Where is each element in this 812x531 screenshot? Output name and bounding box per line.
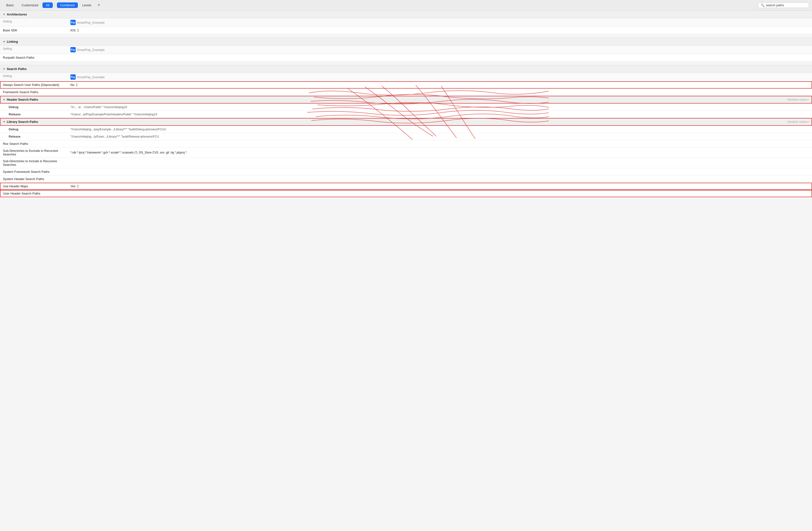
row-rez-search[interactable]: Rez Search Paths	[0, 140, 812, 148]
base-sdk-stepper[interactable]: ▲▼	[77, 28, 79, 32]
header-search-debug[interactable]: Debug "/U... ar .../Users/Public" "/User…	[0, 103, 812, 111]
search-container: 🔍	[758, 2, 809, 8]
architectures-header-row: Setting Pay SmartPay_Example	[0, 18, 812, 27]
header-search-multivalue: <Multiple values>	[787, 98, 809, 101]
triangle-library-search: ▼	[3, 121, 5, 123]
arch-project-name: SmartPay_Example	[77, 21, 105, 24]
library-search-release-value: "/Users/mikejing.../y/Exam.../Library/**…	[68, 134, 812, 140]
tab-basic[interactable]: Basic	[3, 2, 17, 8]
search-paths-header-row: Setting Pay SmartPay_Example	[0, 73, 812, 81]
subdir-include-label: Sub-Directories to Include in Recursive …	[0, 158, 68, 168]
row-use-header-maps[interactable]: Use Header Maps Yes ▲▼	[0, 183, 812, 190]
header-search-release-label: Release	[0, 111, 68, 117]
library-search-debug[interactable]: Debug "/Users/mikejing.../pay/Example...…	[0, 126, 812, 133]
library-search-release[interactable]: Release "/Users/mikejing.../y/Exam.../Li…	[0, 133, 812, 140]
tab-levels[interactable]: Levels	[79, 2, 95, 8]
system-framework-label: System Framework Search Paths	[0, 168, 68, 175]
header-search-release-value: "/Users/...artPay/Example/Pods/Headers/P…	[68, 111, 812, 117]
row-framework-search[interactable]: Framework Search Paths	[0, 88, 812, 96]
linking-header-row: Setting Pay SmartPay_Example	[0, 46, 812, 54]
subdir-include-value	[68, 162, 812, 164]
row-header-search-paths[interactable]: ▼ Header Search Paths <Multiple values>	[0, 96, 812, 103]
triangle-header-search: ▼	[3, 98, 5, 101]
linking-setting-col: Setting	[0, 46, 68, 54]
section-search-paths-title: Search Paths	[7, 67, 27, 71]
row-subdir-include[interactable]: Sub-Directories to Include in Recursive …	[0, 158, 812, 168]
always-search-value: No ▲▼	[68, 82, 812, 88]
triangle-search-paths: ▼	[3, 68, 5, 70]
runpath-value	[68, 56, 812, 59]
arch-setting-col: Setting	[0, 18, 68, 27]
framework-search-value	[68, 91, 812, 94]
use-header-maps-value: Yes ▲▼	[68, 183, 812, 190]
gap-1	[0, 34, 812, 38]
library-search-multivalue: <Multiple values>	[787, 120, 809, 124]
sp-project-col: Pay SmartPay_Example	[68, 73, 812, 81]
row-base-sdk[interactable]: Base SDK iOS ▲▼	[0, 27, 812, 34]
toolbar: Basic Customized All Combined Levels + 🔍	[0, 0, 812, 11]
linking-project-col: Pay SmartPay_Example	[68, 46, 812, 54]
tab-customized[interactable]: Customized	[18, 2, 42, 8]
search-input[interactable]	[766, 3, 807, 7]
triangle-linking: ▼	[3, 40, 5, 43]
always-search-label: Always Search User Paths (Deprecated)	[0, 82, 68, 88]
subdir-exclude-value: *.nib *.lproj *.framework *.gch *.xcode*…	[68, 150, 812, 156]
sp-setting-col: Setting	[0, 73, 68, 81]
content-wrapper: ▼ Architectures Setting Pay SmartPay_Exa…	[0, 11, 812, 197]
row-system-header[interactable]: System Header Search Paths	[0, 176, 812, 183]
row-system-framework[interactable]: System Framework Search Paths	[0, 168, 812, 176]
header-search-release[interactable]: Release "/Users/...artPay/Example/Pods/H…	[0, 111, 812, 118]
runpath-label: Runpath Search Paths	[0, 54, 68, 61]
base-sdk-label: Base SDK	[0, 27, 68, 33]
subdir-exclude-label: Sub-Directories to Exclude in Recursive …	[0, 148, 68, 158]
use-header-maps-stepper[interactable]: ▲▼	[77, 184, 79, 188]
tab-all[interactable]: All	[42, 2, 53, 8]
row-user-header-search[interactable]: User Header Search Paths	[0, 190, 812, 197]
use-header-maps-label: Use Header Maps	[0, 183, 68, 190]
system-header-label: System Header Search Paths	[0, 176, 68, 182]
linking-badge: Pay	[70, 47, 76, 52]
row-subdir-exclude[interactable]: Sub-Directories to Exclude in Recursive …	[0, 148, 812, 158]
tab-divider	[55, 3, 55, 8]
triangle-architectures: ▼	[3, 13, 5, 16]
system-header-value	[68, 178, 812, 181]
user-header-search-value	[68, 192, 812, 195]
search-icon: 🔍	[760, 3, 765, 7]
sp-project-name: SmartPay_Example	[77, 75, 105, 79]
section-search-paths[interactable]: ▼ Search Paths	[0, 65, 812, 73]
base-sdk-value: iOS ▲▼	[68, 27, 812, 34]
section-linking-title: Linking	[7, 40, 18, 43]
header-search-label: Header Search Paths	[7, 98, 38, 101]
system-framework-value	[68, 170, 812, 173]
library-search-debug-value: "/Users/mikejing.../pay/Example.../Libra…	[68, 126, 812, 132]
linking-project-name: SmartPay_Example	[77, 48, 105, 52]
rez-search-value	[68, 142, 812, 145]
tab-combined[interactable]: Combined	[57, 2, 78, 8]
framework-search-label: Framework Search Paths	[0, 89, 68, 95]
row-library-search-paths[interactable]: ▼ Library Search Paths <Multiple values>	[0, 118, 812, 126]
arch-project-col: Pay SmartPay_Example	[68, 18, 812, 27]
gap-2	[0, 61, 812, 65]
section-linking[interactable]: ▼ Linking	[0, 38, 812, 46]
content: ▼ Architectures Setting Pay SmartPay_Exa…	[0, 11, 812, 197]
header-search-debug-value: "/U... ar .../Users/Public" "/Users/mike…	[68, 104, 812, 110]
row-runpath[interactable]: Runpath Search Paths	[0, 54, 812, 61]
rez-search-label: Rez Search Paths	[0, 140, 68, 147]
always-search-stepper[interactable]: ▲▼	[76, 83, 78, 87]
library-search-release-label: Release	[0, 133, 68, 140]
row-always-search[interactable]: Always Search User Paths (Deprecated) No…	[0, 81, 812, 88]
library-search-debug-label: Debug	[0, 126, 68, 132]
library-search-label: Library Search Paths	[7, 120, 38, 124]
section-architectures[interactable]: ▼ Architectures	[0, 11, 812, 18]
add-button[interactable]: +	[96, 2, 102, 9]
arch-badge: Pay	[70, 20, 76, 25]
header-search-debug-label: Debug	[0, 104, 68, 110]
user-header-search-label: User Header Search Paths	[0, 190, 68, 197]
section-architectures-title: Architectures	[7, 13, 27, 16]
sp-badge: Pay	[70, 74, 76, 80]
